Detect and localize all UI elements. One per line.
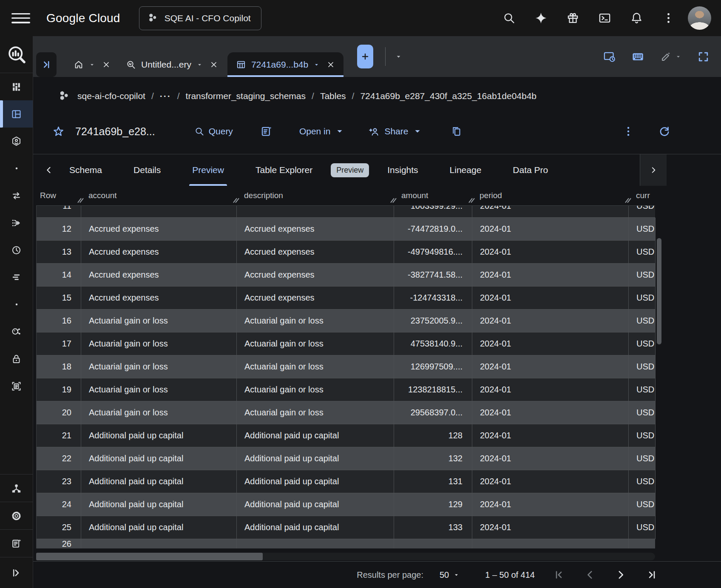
keyboard-shortcuts-icon[interactable] (631, 50, 644, 63)
first-page-icon[interactable] (554, 569, 565, 581)
share-button[interactable]: Share (369, 126, 423, 137)
breadcrumb-tables[interactable]: Tables (320, 91, 346, 101)
more-vert-icon[interactable] (662, 11, 675, 25)
cloud-shell-icon[interactable] (598, 11, 611, 25)
cell-period: 2024-01 (472, 332, 629, 355)
sidebar-item-settings[interactable] (0, 502, 33, 529)
next-page-icon[interactable] (615, 569, 627, 581)
table-title: 7241a69b_e28... (75, 125, 155, 138)
main-panel: Untitled...ery 7241a69...b4b (33, 36, 721, 588)
sidebar-item-capacity[interactable] (0, 264, 33, 291)
refresh-icon[interactable] (658, 125, 671, 138)
plus-icon (360, 52, 370, 61)
close-icon[interactable] (210, 60, 218, 69)
tab-home[interactable] (68, 52, 116, 77)
cell-account: Actuarial gain or loss (81, 401, 237, 424)
sidebar-item-sharing[interactable] (0, 318, 33, 345)
column-resize-handle[interactable] (77, 197, 84, 204)
query-button[interactable]: Query (194, 126, 233, 136)
google-cloud-logo[interactable]: Google Cloud (46, 11, 120, 25)
breadcrumb-table-id[interactable]: 7241a69b_e287_430f_a325_16ab1de04b4b (360, 91, 536, 101)
fullscreen-icon[interactable] (697, 50, 710, 63)
tab-table-preview[interactable]: 7241a69...b4b (227, 52, 343, 77)
main-menu-icon[interactable] (11, 13, 30, 23)
sidebar-item-expand[interactable] (0, 557, 33, 588)
gift-icon[interactable] (566, 11, 579, 25)
tab-preview[interactable]: Preview (176, 154, 240, 186)
cell-account: Accrued expenses (81, 241, 237, 264)
query-button-label: Query (209, 126, 233, 136)
new-tab-menu-caret-icon[interactable] (395, 53, 402, 60)
tab-schema[interactable]: Schema (54, 154, 118, 186)
column-resize-handle[interactable] (468, 197, 475, 204)
column-resize-handle[interactable] (625, 197, 632, 204)
horizontal-scrollbar-thumb[interactable] (36, 553, 263, 560)
tab-details[interactable]: Details (118, 154, 176, 186)
sidebar-item-release-notes[interactable] (0, 530, 33, 557)
search-icon[interactable] (502, 11, 516, 25)
sidebar-item-pipelines[interactable] (0, 209, 33, 236)
sidebar-item-dot[interactable] (0, 291, 33, 318)
column-resize-handle[interactable] (390, 197, 397, 204)
bell-icon[interactable] (630, 11, 643, 25)
breadcrumb-dataset[interactable]: transformer_staging_schemas (186, 91, 306, 101)
page-size-select[interactable]: 50 (440, 570, 460, 580)
tab-table-explorer[interactable]: Table Explorer (240, 154, 328, 186)
user-avatar[interactable] (688, 6, 711, 30)
more-vert-icon[interactable] (622, 125, 634, 137)
sidebar-item-bigquery-logo[interactable] (0, 36, 33, 73)
cell-amount: 133 (394, 516, 472, 539)
tab-data-pro[interactable]: Data Pro (497, 154, 564, 186)
project-hexagons-icon (147, 12, 159, 24)
expand-panel-button[interactable] (36, 52, 57, 77)
sidebar-item-transfers[interactable] (0, 182, 33, 209)
last-page-icon[interactable] (645, 569, 657, 581)
sidebar-item-partner[interactable] (0, 474, 33, 502)
prev-page-icon[interactable] (584, 569, 596, 581)
breadcrumb-separator: / (312, 91, 314, 101)
tab-insights[interactable]: Insights (372, 154, 434, 186)
column-resize-handle[interactable] (233, 197, 240, 204)
sidebar-item-dot[interactable] (0, 155, 33, 182)
cell-amount: -3827741.58... (394, 264, 472, 287)
close-icon[interactable] (102, 60, 111, 69)
sidebar-item-history[interactable] (0, 236, 33, 264)
vertical-scrollbar-thumb[interactable] (657, 238, 661, 344)
cell-row: 22 (37, 447, 81, 470)
cell-amount: 129 (394, 493, 472, 516)
compose-sparkle-icon[interactable] (260, 125, 273, 138)
breadcrumb: sqe-ai-cfo-copilot / ··· / transformer_s… (33, 77, 721, 115)
breadcrumb-ellipsis[interactable]: ··· (160, 91, 171, 101)
new-tab-button[interactable] (357, 45, 373, 68)
chevron-down-icon[interactable] (313, 62, 320, 68)
star-icon[interactable] (52, 125, 65, 138)
transfers-icon (11, 190, 22, 202)
sidebar-item-studio[interactable] (0, 73, 33, 100)
open-in-button[interactable]: Open in (299, 126, 345, 136)
sidebar-item-security[interactable] (0, 345, 33, 372)
project-selector[interactable]: SQE AI - CFO Copilot (139, 6, 261, 30)
query-icon (126, 60, 136, 70)
cell-row: 14 (37, 264, 81, 287)
tab-lineage[interactable]: Lineage (434, 154, 497, 186)
gemini-icon[interactable] (534, 11, 548, 25)
breadcrumb-project[interactable]: sqe-ai-cfo-copilot (77, 91, 145, 101)
close-icon[interactable] (326, 60, 335, 69)
cell-period: 2024-01 (472, 470, 629, 493)
table-row: 19Actuarial gain or lossActuarial gain o… (36, 378, 655, 401)
cell-period: 2024-01 (472, 378, 629, 401)
sidebar-item-policy[interactable] (0, 372, 33, 400)
magic-edit-menu[interactable] (660, 51, 681, 63)
sidebar-item-workspace[interactable] (0, 100, 33, 128)
chevron-down-icon[interactable] (196, 62, 203, 68)
more-tabs-button[interactable] (640, 154, 667, 186)
horizontal-scrollbar[interactable] (36, 553, 655, 560)
sidebar-item-governance[interactable] (0, 128, 33, 155)
cell-account (81, 206, 237, 218)
tab-untitled-query[interactable]: Untitled...ery (120, 52, 224, 77)
copy-icon[interactable] (451, 125, 463, 137)
chevron-down-icon[interactable] (89, 62, 95, 68)
chevron-left-icon[interactable] (44, 165, 54, 175)
session-window-icon[interactable] (603, 50, 616, 63)
cell-period: 2024-01 (472, 264, 629, 287)
